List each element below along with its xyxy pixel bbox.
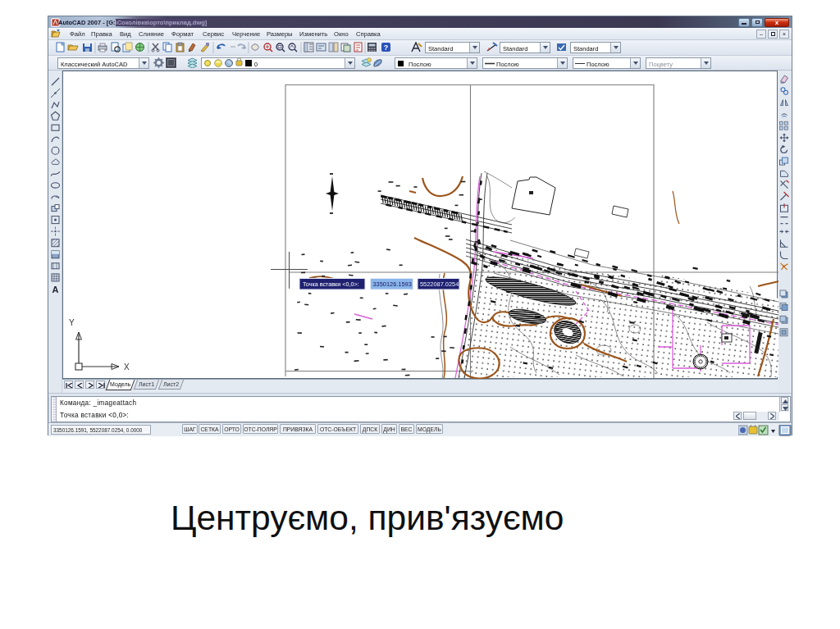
svg-text:5522087.0254: 5522087.0254 bbox=[420, 280, 459, 288]
svg-text:?: ? bbox=[384, 43, 389, 52]
svg-text:X: X bbox=[124, 362, 130, 371]
svg-text:Точка вставки <0,0>:: Точка вставки <0,0>: bbox=[303, 280, 359, 288]
svg-text:Y: Y bbox=[69, 318, 75, 327]
svg-text:3350126.1593: 3350126.1593 bbox=[373, 280, 412, 288]
svg-text:A: A bbox=[52, 285, 59, 294]
